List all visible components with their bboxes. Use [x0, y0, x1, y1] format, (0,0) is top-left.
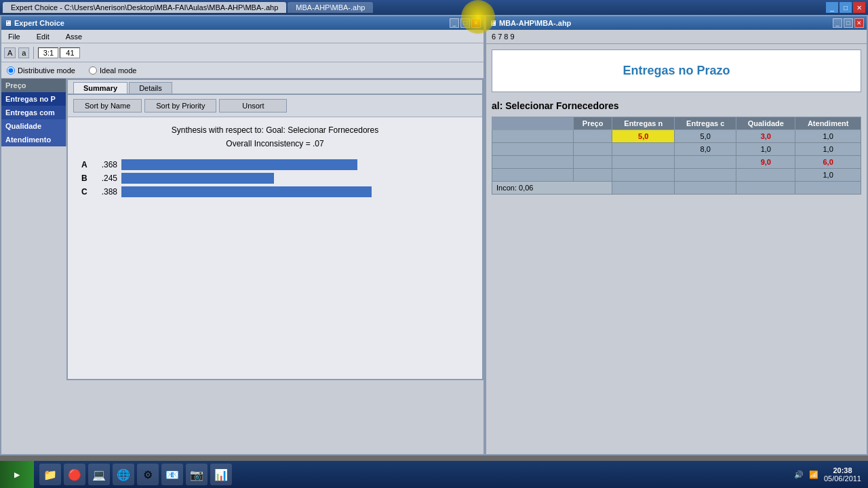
titlebar: Expert Choice - C:\Users\Anerison\Deskto… — [0, 0, 868, 15]
win-maximize[interactable]: □ — [460, 18, 470, 28]
data-table: Preço Entregas n Entregas c Qualidade At… — [492, 117, 861, 195]
titlebar-tab-main[interactable]: Expert Choice - C:\Users\Anerison\Deskto… — [3, 2, 286, 13]
win-close[interactable]: ✕ — [471, 18, 481, 28]
sidebar-entregas-c-label: Entregas com — [5, 108, 55, 117]
toolbar: A a 3:1 41 — [1, 43, 484, 62]
row4-entregas-c — [675, 169, 736, 182]
titlebar-tab-main-label: Expert Choice - C:\Users\Anerison\Deskto… — [11, 3, 278, 12]
sidebar-item-entregas-p[interactable]: Entregas no P — [1, 92, 66, 106]
taskbar-icon-mail[interactable]: 📧 — [161, 464, 183, 485]
table-row: 9,0 6,0 — [492, 156, 861, 169]
tab-details-label: Details — [139, 84, 162, 92]
col-empty — [492, 117, 574, 130]
menu-edit[interactable]: Edit — [33, 31, 54, 42]
row1-preco — [574, 130, 612, 143]
row4-atendiment: 1,0 — [795, 169, 861, 182]
row1-entregas-c: 5,0 — [675, 130, 736, 143]
col-entregas-n: Entregas n — [612, 117, 675, 130]
font-small-icon: a — [22, 49, 26, 57]
right-win-close[interactable]: ✕ — [854, 18, 864, 28]
table-footer-row: Incon: 0,06 — [492, 182, 861, 195]
taskbar: ▶ 📁 🔴 💻 🌐 ⚙ 📧 📷 📊 🔊 📶 20:38 05/06/2011 — [0, 461, 868, 488]
sort-by-priority-button[interactable]: Sort by Priority — [144, 99, 216, 113]
window-icon: 🖥 — [4, 19, 12, 27]
maximize-button[interactable]: □ — [840, 2, 852, 13]
menu-asse[interactable]: Asse — [62, 31, 86, 42]
table-row: 5,0 5,0 3,0 1,0 — [492, 130, 861, 143]
titlebar-tab-secondary[interactable]: MBA-AHP\MBA-.ahp — [288, 2, 373, 13]
footer-empty4 — [795, 182, 861, 195]
distributive-mode-radio[interactable] — [7, 66, 15, 75]
start-button[interactable]: ▶ — [0, 461, 34, 488]
window-titlebar: 🖥 Expert Choice _ □ ✕ — [1, 16, 484, 30]
bar-chart: A .368 B .245 C .388 — [76, 159, 474, 197]
row3-label — [492, 156, 574, 169]
distributive-mode-option[interactable]: Distributive mode — [7, 66, 75, 75]
taskbar-icon-app1[interactable]: 🔴 — [64, 464, 85, 485]
titlebar-tabs: Expert Choice - C:\Users\Anerison\Deskto… — [0, 2, 373, 13]
sidebar-item-precos[interactable]: Preço — [1, 79, 66, 92]
right-panel-icon: 🖥 — [489, 19, 496, 27]
font-small-button[interactable]: a — [18, 47, 29, 58]
sidebar-item-qualidade[interactable]: Qualidade — [1, 119, 66, 133]
sidebar-item-atendimento[interactable]: Atendimento — [1, 133, 66, 146]
row2-entregas-c: 8,0 — [675, 143, 736, 156]
entregas-title: Entregas no Prazo — [506, 64, 847, 78]
taskbar-icon-ie[interactable]: 🌐 — [113, 464, 134, 485]
close-button[interactable]: ✕ — [853, 2, 865, 13]
win-minimize[interactable]: _ — [450, 18, 459, 28]
sidebar-item-entregas-c[interactable]: Entregas com — [1, 106, 66, 119]
bar-value-b: .245 — [94, 174, 117, 183]
table-row: 8,0 1,0 1,0 — [492, 143, 861, 156]
sort-bar: Sort by Name Sort by Priority Unsort — [68, 95, 482, 117]
row2-preco — [574, 143, 612, 156]
right-win-minimize[interactable]: _ — [833, 18, 842, 28]
synthesis-title: Synthesis with respect to: Goal: Selecio… — [76, 125, 474, 135]
right-win-maximize[interactable]: □ — [844, 18, 853, 28]
tab-summary[interactable]: Summary — [73, 82, 127, 94]
row4-qualidade — [736, 169, 795, 182]
bar-row-c: C .388 — [81, 186, 469, 197]
row3-entregas-n — [612, 156, 675, 169]
sidebar-atendimento-label: Atendimento — [5, 136, 51, 144]
sort-by-name-button[interactable]: Sort by Name — [73, 99, 142, 113]
tab-summary-label: Summary — [83, 84, 117, 92]
font-large-icon: A — [7, 49, 12, 57]
taskbar-icon-ppt[interactable]: 📊 — [210, 464, 232, 485]
minimize-button[interactable]: _ — [826, 2, 838, 13]
toolbar-separator — [33, 47, 34, 59]
taskbar-icon-ide[interactable]: 💻 — [88, 464, 110, 485]
goal-title: al: Selecionar Fornecedores — [492, 100, 861, 111]
taskbar-icon-settings[interactable]: ⚙ — [137, 464, 159, 485]
col-preco: Preço — [574, 117, 612, 130]
bar-value-c: .388 — [94, 187, 117, 197]
row2-entregas-n — [612, 143, 675, 156]
sidebar-precos-label: Preço — [5, 81, 26, 89]
ideal-mode-option[interactable]: Ideal mode — [89, 66, 136, 75]
incon-cell: Incon: 0,06 — [492, 182, 612, 195]
menu-file[interactable]: File — [4, 31, 24, 42]
main-window: 🖥 Expert Choice _ □ ✕ File Edit Asse A a… — [0, 15, 485, 455]
window-title: 🖥 Expert Choice — [4, 19, 64, 27]
font-large-button[interactable]: A — [4, 47, 16, 58]
ideal-mode-label: Ideal mode — [100, 66, 136, 75]
row1-entregas-n: 5,0 — [612, 130, 675, 143]
footer-empty1 — [612, 182, 675, 195]
taskbar-icon-files[interactable]: 📁 — [39, 464, 61, 485]
tab-details[interactable]: Details — [129, 82, 172, 94]
row3-preco — [574, 156, 612, 169]
taskbar-icon-cam[interactable]: 📷 — [186, 464, 208, 485]
row1-atendiment: 1,0 — [795, 130, 861, 143]
bar-container-b — [121, 173, 469, 184]
inconsistency-label: Overall Inconsistency = .07 — [76, 139, 474, 148]
ideal-mode-radio[interactable] — [89, 66, 97, 75]
table-row: 1,0 — [492, 169, 861, 182]
row4-label — [492, 169, 574, 182]
right-panel-controls: _ □ ✕ — [833, 18, 864, 28]
footer-empty3 — [736, 182, 795, 195]
bar-label-a: A — [81, 160, 90, 169]
titlebar-controls: _ □ ✕ — [826, 2, 868, 13]
row3-qualidade: 9,0 — [736, 156, 795, 169]
unsort-button[interactable]: Unsort — [219, 99, 287, 113]
taskbar-date-display: 05/06/2011 — [824, 474, 861, 483]
